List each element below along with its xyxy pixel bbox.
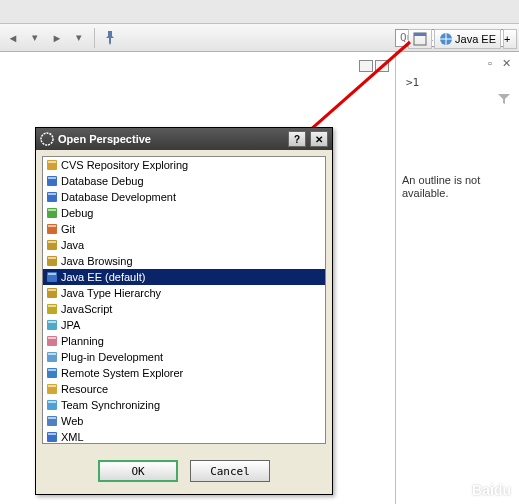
pin-button[interactable]: [101, 29, 119, 47]
list-item-label: Java Type Hierarchy: [61, 287, 161, 299]
list-item-label: Debug: [61, 207, 93, 219]
watermark: Baidu: [472, 482, 511, 498]
list-item[interactable]: XML: [43, 429, 325, 444]
forward-menu[interactable]: ▾: [70, 29, 88, 47]
view-controls: [359, 60, 389, 72]
cancel-button[interactable]: Cancel: [190, 460, 270, 482]
svg-rect-8: [48, 177, 56, 179]
list-item-label: Plug-in Development: [61, 351, 163, 363]
help-button[interactable]: ?: [288, 131, 306, 147]
perspective-icon: [45, 350, 59, 364]
svg-rect-1: [414, 33, 426, 36]
list-item[interactable]: CVS Repository Exploring: [43, 157, 325, 173]
svg-rect-14: [48, 225, 56, 227]
perspective-list[interactable]: CVS Repository ExploringDatabase DebugDa…: [42, 156, 326, 444]
svg-rect-22: [48, 289, 56, 291]
open-perspective-dialog: Open Perspective ? ✕ CVS Repository Expl…: [35, 127, 333, 495]
outline-view: ▫ ✕ >1 An outline is not available.: [396, 52, 519, 504]
back-button[interactable]: ◄: [4, 29, 22, 47]
close-button[interactable]: ✕: [310, 131, 328, 147]
back-menu[interactable]: ▾: [26, 29, 44, 47]
java-ee-perspective-button[interactable]: Java EE: [434, 29, 501, 49]
list-item-label: Java Browsing: [61, 255, 133, 267]
svg-rect-6: [48, 161, 56, 163]
open-perspective-button[interactable]: [408, 29, 432, 49]
perspective-icon: [45, 158, 59, 172]
list-item-label: JavaScript: [61, 303, 112, 315]
list-item[interactable]: Debug: [43, 205, 325, 221]
svg-rect-18: [48, 257, 56, 259]
list-item[interactable]: Web: [43, 413, 325, 429]
perspective-icon: [45, 334, 59, 348]
list-item[interactable]: Planning: [43, 333, 325, 349]
list-item[interactable]: Resource: [43, 381, 325, 397]
plus-icon: +: [504, 33, 510, 45]
forward-button[interactable]: ►: [48, 29, 66, 47]
list-item-label: Database Debug: [61, 175, 144, 187]
list-item[interactable]: Remote System Explorer: [43, 365, 325, 381]
svg-rect-36: [48, 401, 56, 403]
list-item[interactable]: Plug-in Development: [43, 349, 325, 365]
outline-close-icon[interactable]: ✕: [499, 56, 513, 70]
list-item[interactable]: Database Development: [43, 189, 325, 205]
dialog-icon: [40, 132, 54, 146]
list-item-label: Remote System Explorer: [61, 367, 183, 379]
list-item[interactable]: Team Synchronizing: [43, 397, 325, 413]
more-perspective-button[interactable]: +: [503, 29, 517, 49]
list-item-label: JPA: [61, 319, 80, 331]
list-item-label: Web: [61, 415, 83, 427]
svg-rect-20: [48, 273, 56, 275]
svg-rect-38: [48, 417, 56, 419]
list-item[interactable]: JPA: [43, 317, 325, 333]
perspective-icon: [45, 382, 59, 396]
list-item-label: Java: [61, 239, 84, 251]
dialog-titlebar[interactable]: Open Perspective ? ✕: [36, 128, 332, 150]
perspective-icon: [45, 414, 59, 428]
svg-rect-12: [48, 209, 56, 211]
perspective-icon: [45, 270, 59, 284]
list-item-label: Team Synchronizing: [61, 399, 160, 411]
list-item[interactable]: Database Debug: [43, 173, 325, 189]
list-item[interactable]: Java: [43, 237, 325, 253]
perspective-icon: [45, 318, 59, 332]
dialog-title: Open Perspective: [58, 133, 151, 145]
list-item[interactable]: JavaScript: [43, 301, 325, 317]
maximize-view-button[interactable]: [375, 60, 389, 72]
perspective-label: Java EE: [455, 33, 496, 45]
svg-rect-40: [48, 433, 56, 435]
filter-icon[interactable]: [497, 92, 511, 106]
perspective-icon: [45, 302, 59, 316]
list-item[interactable]: Java EE (default): [43, 269, 325, 285]
separator: [94, 28, 95, 48]
outline-message: An outline is not available.: [402, 174, 513, 200]
list-item[interactable]: Java Browsing: [43, 253, 325, 269]
menubar-area: [0, 0, 519, 24]
pin-icon: [102, 30, 118, 46]
window-icon: [413, 32, 427, 46]
perspective-icon: [45, 398, 59, 412]
outline-toggle-icon[interactable]: ▫: [483, 56, 497, 70]
list-item[interactable]: Java Type Hierarchy: [43, 285, 325, 301]
list-item-label: Java EE (default): [61, 271, 145, 283]
perspective-icon: [45, 238, 59, 252]
outline-tab-label: >1: [406, 76, 419, 89]
list-item-label: Database Development: [61, 191, 176, 203]
perspective-icon: [45, 174, 59, 188]
list-item-label: CVS Repository Exploring: [61, 159, 188, 171]
perspective-icon: [45, 190, 59, 204]
list-item[interactable]: Git: [43, 221, 325, 237]
list-item-label: Planning: [61, 335, 104, 347]
svg-rect-30: [48, 353, 56, 355]
svg-rect-34: [48, 385, 56, 387]
list-item-label: Resource: [61, 383, 108, 395]
globe-icon: [439, 32, 453, 46]
perspective-switcher: Java EE +: [408, 26, 517, 52]
minimize-view-button[interactable]: [359, 60, 373, 72]
perspective-icon: [45, 286, 59, 300]
svg-rect-24: [48, 305, 56, 307]
ok-button[interactable]: OK: [98, 460, 178, 482]
list-item-label: Git: [61, 223, 75, 235]
dialog-buttons: OK Cancel: [36, 450, 332, 494]
svg-rect-10: [48, 193, 56, 195]
svg-rect-28: [48, 337, 56, 339]
